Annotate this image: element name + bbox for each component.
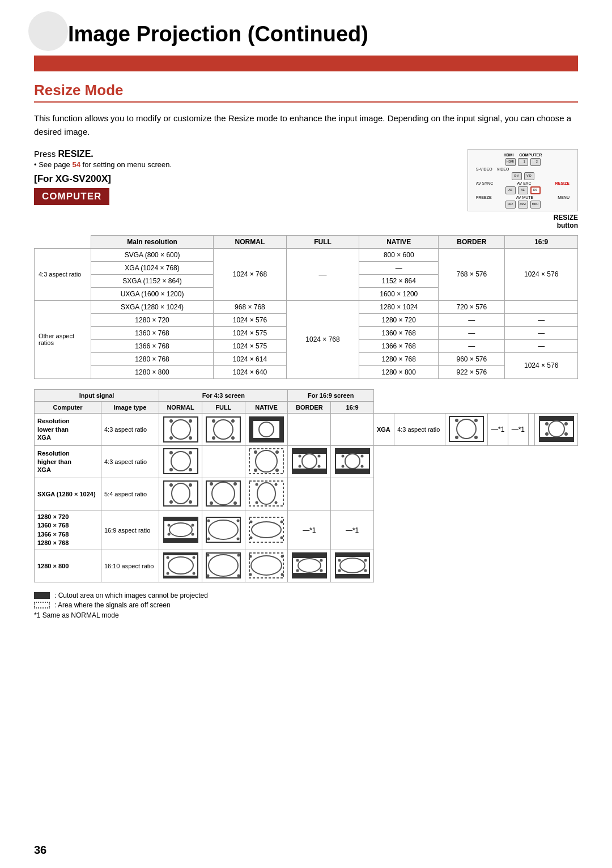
col-group [35, 235, 91, 248]
screen-diagram [163, 416, 198, 442]
screen-diagram [206, 552, 241, 578]
svg-point-90 [207, 537, 210, 540]
svg-point-96 [250, 536, 253, 539]
table-row: 4:3 aspect ratio SVGA (800 × 600) 1024 ×… [35, 248, 578, 261]
svg-point-49 [317, 454, 320, 457]
svg-point-9 [231, 419, 235, 423]
svg-point-76 [256, 501, 258, 504]
svg-point-102 [166, 556, 169, 559]
svg-point-84 [167, 533, 170, 535]
header-for-169: For 16:9 screen [288, 389, 374, 401]
svg-point-94 [250, 520, 253, 523]
svg-point-56 [341, 454, 344, 457]
svg-rect-46 [292, 469, 326, 474]
top-section: Press RESIZE. • See page 54 for setting … [34, 149, 578, 229]
svg-rect-99 [164, 553, 198, 555]
svg-point-83 [191, 524, 194, 526]
legend-note: *1 Same as NORMAL mode [34, 611, 578, 619]
svg-point-77 [275, 501, 278, 504]
legend-dots-label: : Area where the signals are off screen [54, 601, 171, 609]
col-full: FULL [202, 401, 245, 413]
svg-point-68 [210, 482, 213, 486]
table-row: Resolutionhigher thanXGA 4:3 aspect rati… [35, 445, 578, 478]
svg-rect-14 [249, 438, 283, 442]
svg-point-124 [296, 569, 299, 572]
svg-point-59 [360, 465, 363, 467]
col-169: 16:9 [505, 235, 578, 248]
svg-rect-86 [206, 517, 240, 542]
svg-point-11 [231, 436, 235, 440]
computer-bar: COMPUTER [34, 188, 109, 205]
svg-point-103 [192, 556, 195, 559]
svg-point-57 [360, 454, 363, 457]
svg-point-91 [237, 537, 240, 540]
svg-point-36 [169, 468, 173, 471]
screen-diagram [206, 517, 241, 543]
svg-point-130 [338, 559, 341, 562]
svg-point-23 [474, 436, 478, 439]
svg-point-30 [545, 432, 549, 436]
svg-rect-79 [164, 517, 198, 521]
svg-rect-54 [335, 469, 369, 474]
section-title: Resize Mode [34, 82, 578, 103]
screen-diagram [249, 448, 284, 474]
svg-point-108 [207, 554, 210, 557]
svg-rect-128 [335, 574, 369, 578]
svg-point-69 [233, 482, 237, 486]
svg-point-43 [275, 469, 279, 472]
svg-point-74 [256, 483, 258, 486]
svg-point-117 [281, 573, 284, 576]
svg-point-41 [275, 450, 279, 454]
table-row: Other aspect ratios SXGA (1280 × 1024) 9… [35, 300, 578, 313]
screen-diagram [449, 416, 484, 442]
svg-point-131 [364, 559, 367, 562]
svg-point-82 [167, 524, 170, 526]
svg-rect-25 [539, 416, 573, 421]
svg-rect-60 [164, 481, 198, 506]
svg-point-34 [169, 451, 173, 454]
resize-bold: RESIZE. [58, 149, 94, 159]
screen-diagram [163, 480, 198, 507]
screen-diagram [206, 480, 241, 507]
svg-rect-53 [335, 449, 369, 454]
col-native: NATIVE [359, 235, 439, 248]
press-text: Press [34, 149, 58, 159]
svg-rect-45 [292, 449, 326, 454]
svg-rect-112 [249, 553, 283, 578]
legend-black-item: : Cutout area on which images cannot be … [34, 592, 578, 599]
svg-rect-72 [249, 481, 283, 506]
svg-point-123 [320, 559, 322, 562]
for-model: [For XG-SV200X] [34, 173, 453, 185]
table-row: SXGA (1280 × 1024) 5:4 aspect ratio [35, 478, 578, 510]
screen-diagram [292, 448, 327, 474]
svg-rect-0 [164, 417, 198, 442]
svg-point-2 [169, 419, 173, 423]
image-diagram-table: Input signal For 4:3 screen For 16:9 scr… [34, 389, 578, 583]
svg-point-62 [169, 483, 173, 487]
see-page-link[interactable]: 54 [72, 160, 80, 169]
svg-point-85 [191, 533, 194, 535]
svg-point-111 [237, 575, 240, 577]
screen-diagram [539, 416, 574, 442]
resize-button-label: RESIZEbutton [554, 214, 578, 229]
svg-point-89 [237, 519, 240, 522]
svg-rect-92 [249, 517, 283, 542]
top-left: Press RESIZE. • See page 54 for setting … [34, 149, 453, 205]
svg-point-64 [169, 500, 173, 504]
legend-black-swatch [34, 592, 50, 599]
svg-point-28 [545, 422, 549, 426]
screen-diagram [163, 552, 198, 578]
svg-point-104 [166, 572, 169, 575]
svg-point-31 [564, 432, 568, 436]
col-normal: NORMAL [159, 401, 202, 413]
svg-point-114 [249, 555, 252, 558]
svg-rect-120 [292, 573, 326, 578]
svg-point-20 [455, 419, 458, 422]
svg-point-40 [254, 450, 257, 454]
screen-diagram [249, 517, 284, 543]
page-number: 36 [34, 844, 46, 857]
svg-rect-106 [206, 553, 240, 578]
svg-point-88 [207, 519, 210, 522]
legend-dots-item: : Area where the signals are off screen [34, 601, 578, 609]
table-row: 1280 × 800 16:10 aspect ratio [35, 550, 578, 582]
